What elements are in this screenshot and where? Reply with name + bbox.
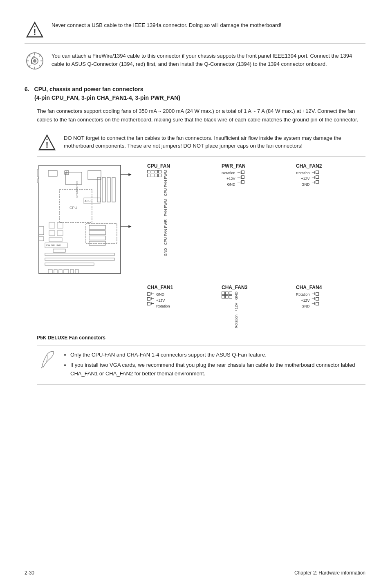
warning-icon-1: ! — [25, 21, 45, 38]
pwr-fan-cell: PWR_FAN Rotation+12VGND ⊣ ⊣ — [222, 163, 291, 256]
svg-rect-37 — [54, 269, 57, 274]
svg-line-10 — [39, 65, 41, 67]
tip-block: Only the CPU-FAN and CHA-FAN 1-4 connect… — [37, 346, 365, 385]
diagram-caption: P5K DELUXE Fan connectors — [37, 335, 365, 341]
svg-rect-22 — [48, 171, 57, 176]
svg-rect-23 — [65, 172, 82, 184]
cha-fan1-cell: CHA_FAN1 ⊢ ⊢ ⊢ — [147, 285, 217, 328]
section-number: 6. — [25, 86, 29, 92]
cha-fan4-cell: CHA_FAN4 Rotation+12VGND ⊣ ⊣ — [296, 285, 365, 328]
svg-rect-46 — [49, 238, 62, 242]
svg-rect-41 — [75, 269, 78, 274]
svg-line-11 — [39, 55, 41, 56]
fan-labels-area: CPU_FAN GND CPU FA — [147, 163, 365, 328]
svg-rect-30 — [112, 177, 115, 202]
svg-text:CPU FAN PWR: CPU FAN PWR — [76, 180, 78, 197]
svg-point-16 — [47, 139, 48, 140]
cha-fan2-cell: CHA_FAN2 Rotation+12VGND ⊣ ⊣ — [296, 163, 365, 256]
svg-rect-55 — [89, 236, 105, 240]
svg-line-12 — [29, 65, 30, 67]
section-body: The fan connectors support cooling fans … — [37, 107, 365, 124]
svg-line-9 — [29, 55, 30, 56]
svg-rect-57 — [86, 224, 117, 243]
svg-rect-54 — [89, 231, 105, 235]
svg-rect-35 — [39, 237, 44, 241]
svg-rect-39 — [64, 269, 69, 274]
svg-text:!: ! — [34, 27, 36, 36]
fan-row-top: CPU_FAN GND CPU FA — [147, 163, 365, 256]
page-number: 2-30 — [25, 570, 34, 576]
svg-rect-34 — [39, 227, 44, 235]
section-title: CPU, chassis and power fan connectors — [34, 86, 143, 92]
note-text-1: You can attach a FireWire/1394 cable to … — [52, 52, 365, 68]
svg-rect-48 — [37, 179, 39, 183]
svg-rect-45 — [57, 231, 63, 236]
cha-fan4-label: CHA_FAN4 — [296, 285, 322, 290]
section-subtitle: (4-pin CPU_FAN, 3-pin CHA_FAN1-4, 3-pin … — [25, 94, 180, 101]
pwr-fan-label: PWR_FAN — [222, 163, 246, 169]
tip-icon — [37, 351, 57, 369]
tip-item-2: If you install two VGA cards, we recomme… — [70, 361, 365, 378]
motherboard-drawing: ASUS P5K DELUXE CPU — [37, 163, 143, 282]
svg-rect-60 — [53, 249, 65, 252]
note-block-1: You can attach a FireWire/1394 cable to … — [25, 47, 365, 75]
warning-block-1: ! Never connect a USB cable to the IEEE … — [25, 16, 365, 44]
fan-row-bottom: CHA_FAN1 ⊢ ⊢ ⊢ — [147, 285, 365, 328]
svg-rect-43 — [57, 222, 63, 228]
svg-point-2 — [34, 26, 36, 27]
svg-rect-29 — [107, 177, 110, 202]
svg-rect-31 — [45, 253, 114, 256]
svg-rect-53 — [89, 225, 105, 229]
page: ! Never connect a USB cable to the IEEE … — [0, 0, 390, 409]
svg-rect-47 — [37, 169, 39, 177]
svg-rect-28 — [102, 177, 105, 202]
cpu-fan-cell: CPU_FAN GND CPU FA — [147, 163, 217, 256]
note-icon-1 — [25, 52, 45, 70]
section-6-heading: 6. CPU, chassis and power fan connectors… — [25, 85, 365, 102]
cha-fan3-label: CHA_FAN3 — [222, 285, 247, 290]
svg-point-52 — [66, 171, 68, 173]
svg-rect-40 — [70, 269, 74, 274]
svg-rect-44 — [49, 231, 55, 236]
chapter-label: Chapter 2: Hardware information — [294, 570, 365, 576]
svg-rect-17 — [39, 165, 121, 274]
warning-icon-2: ! — [37, 134, 57, 151]
svg-rect-24 — [88, 171, 101, 180]
cha-fan3-cell: CHA_FAN3 Rotation — [222, 285, 291, 328]
svg-point-13 — [33, 59, 36, 63]
fan-diagram: ASUS P5K DELUXE CPU — [37, 163, 365, 328]
warning-text-1: Never connect a USB cable to the IEEE 13… — [52, 21, 365, 29]
warning-text-2: DO NOT forget to connect the fan cables … — [64, 134, 365, 150]
cpu-fan-label: CPU_FAN — [147, 163, 170, 169]
svg-text:!: ! — [46, 140, 49, 149]
svg-text:ASUS: ASUS — [85, 200, 92, 202]
svg-rect-32 — [45, 258, 114, 260]
tip-item-1: Only the CPU-FAN and CHA-FAN 1-4 connect… — [70, 351, 365, 359]
svg-rect-36 — [48, 269, 52, 274]
warning-block-2: ! DO NOT forget to connect the fan cable… — [37, 129, 365, 157]
svg-text:CPU: CPU — [69, 206, 77, 210]
svg-rect-38 — [59, 269, 62, 274]
svg-text:P5K DELUXE: P5K DELUXE — [46, 244, 61, 247]
cha-fan2-label: CHA_FAN2 — [296, 163, 322, 169]
tip-text: Only the CPU-FAN and CHA-FAN 1-4 connect… — [64, 351, 365, 379]
footer: 2-30 Chapter 2: Hardware information — [25, 570, 365, 576]
svg-rect-42 — [49, 222, 55, 228]
svg-rect-33 — [45, 263, 94, 265]
cha-fan1-label: CHA_FAN1 — [147, 285, 173, 290]
